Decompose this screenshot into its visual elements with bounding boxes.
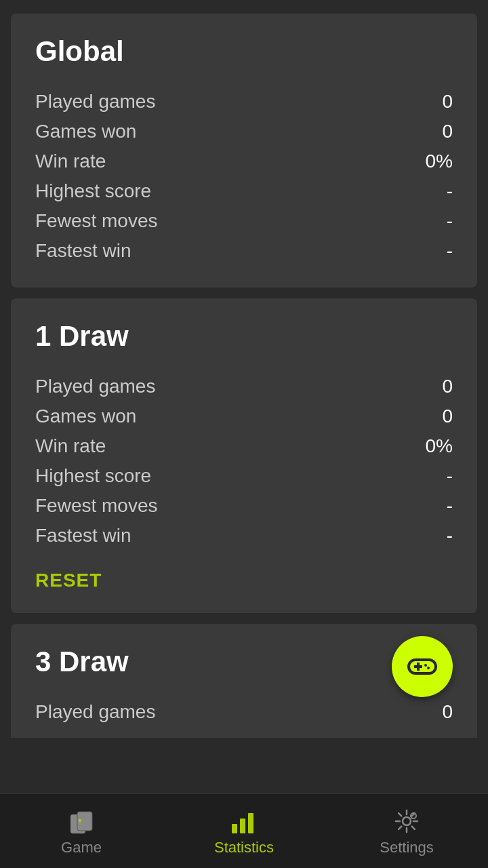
svg-line-12 [412,826,415,829]
gamepad-icon [406,650,439,683]
stat-value-games-won: 0 [442,406,453,427]
stat-row: Played games 0 [35,372,453,401]
stat-value-fewest-moves: - [447,210,453,232]
stat-row: Win rate 0% [35,146,453,176]
stat-value-win-rate: 0% [426,151,453,172]
stat-label-highest-score: Highest score [35,465,151,487]
nav-item-statistics[interactable]: Statistics [190,806,298,856]
svg-rect-3 [232,824,237,833]
stat-label-fewest-moves: Fewest moves [35,495,158,517]
stat-value-highest-score: - [447,465,453,487]
stat-value-played-games: 0 [442,91,453,113]
stat-row: Played games 0 [35,87,453,117]
svg-line-11 [399,813,401,816]
stat-row: Highest score - [35,461,453,491]
global-card: Global Played games 0 Games won 0 Win ra… [11,14,477,288]
scroll-area[interactable]: Global Played games 0 Games won 0 Win ra… [0,0,488,793]
stat-label-win-rate: Win rate [35,151,106,172]
bottom-nav: ♠ Game Statistics [0,793,488,868]
stat-label-played-games: Played games [35,701,155,723]
stat-row: Games won 0 [35,117,453,146]
stat-label-fewest-moves: Fewest moves [35,210,158,232]
nav-item-game[interactable]: ♠ Game [27,806,136,856]
stat-value-played-games: 0 [442,376,453,397]
stat-label-fastest-win: Fastest win [35,240,131,262]
stat-label-win-rate: Win rate [35,435,106,457]
three-draw-title: 3 Draw [35,646,453,678]
stat-label-games-won: Games won [35,406,136,427]
stat-row: Games won 0 [35,401,453,431]
nav-label-statistics: Statistics [214,839,274,856]
nav-label-game: Game [61,839,102,856]
stat-label-fastest-win: Fastest win [35,525,131,547]
stat-value-win-rate: 0% [426,435,453,457]
stat-row: Fewest moves - [35,491,453,521]
three-draw-card: 3 Draw Played games 0 [11,624,477,738]
stat-value-fastest-win: - [447,525,453,547]
statistics-icon [229,806,259,836]
stat-label-played-games: Played games [35,376,155,397]
stat-label-games-won: Games won [35,121,136,142]
svg-rect-4 [240,818,245,833]
one-draw-title: 1 Draw [35,320,453,353]
stat-row: Win rate 0% [35,431,453,461]
stat-value-games-won: 0 [442,121,453,142]
stat-label-played-games: Played games [35,91,155,113]
stat-value-fewest-moves: - [447,495,453,517]
stat-label-highest-score: Highest score [35,180,151,202]
svg-point-6 [403,817,411,825]
fab-new-game[interactable] [392,636,453,697]
stat-value-fastest-win: - [447,240,453,262]
reset-button[interactable]: RESET [35,570,102,591]
svg-text:♠: ♠ [78,816,82,824]
stat-value-played-games: 0 [442,701,453,723]
svg-rect-5 [248,813,253,833]
one-draw-card: 1 Draw Played games 0 Games won 0 Win ra… [11,298,477,613]
stat-row: Fewest moves - [35,206,453,236]
stat-row: Played games 0 [35,697,453,727]
nav-item-settings[interactable]: Settings [352,806,461,856]
stat-value-highest-score: - [447,180,453,202]
stat-row: Fastest win - [35,521,453,551]
stat-row: Fastest win - [35,236,453,266]
global-title: Global [35,35,453,68]
nav-label-settings: Settings [380,839,434,856]
svg-line-14 [399,826,401,829]
settings-icon [392,806,422,836]
stat-row: Highest score - [35,176,453,206]
game-icon: ♠ [66,806,96,836]
